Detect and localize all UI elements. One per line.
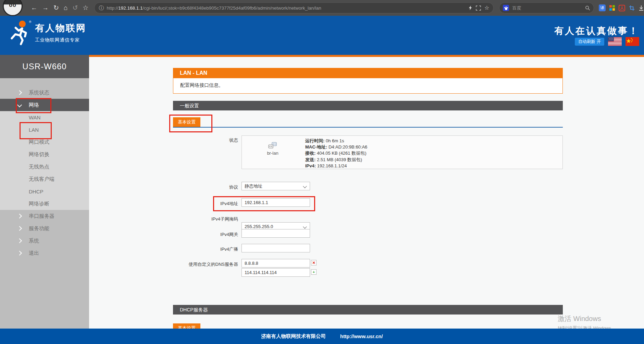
status-lines: 运行时间: 0h 6m 1s MAC-地址: D4:AD:20:9B:60:A6… [305, 138, 367, 169]
sidebar-item-label: LAN [29, 127, 39, 133]
address-bar[interactable]: ⓘ http://192.168.1.1/cgi-bin/luci/;stok=… [94, 2, 494, 13]
dns-remove-icon[interactable]: ✕ [311, 260, 317, 265]
sidebar-item-serial-server[interactable]: 串口服务器 [0, 210, 89, 222]
extension-icons: 译 人 [599, 4, 644, 11]
screen: oo ← → ↻ ⌂ ↺ ☆ ⓘ http://192.168.1.1/cgi-… [0, 0, 644, 344]
status-uptime: 运行时间: 0h 6m 1s [305, 138, 367, 144]
sidebar-item-wireless-ap[interactable]: 无线热点 [0, 161, 89, 173]
site-header: ® 有人物联网 工业物联网通信专家 有人在认真做事！ 自动刷新 开 [0, 16, 644, 57]
sidebar-item-dhcp[interactable]: DHCP [0, 185, 89, 198]
url-host: 192.168.1.1 [118, 5, 143, 11]
sidebar-item-label: 系统状态 [29, 90, 49, 96]
avatar-glasses-icon: oo [4, 2, 22, 8]
sidebar-item-network-switch[interactable]: 网络切换 [0, 148, 89, 161]
restore-session-icon[interactable]: ↺ [72, 0, 78, 16]
chevron-right-icon [17, 214, 22, 218]
protocol-selected-value: 静态地址 [245, 183, 262, 189]
dns-add-icon[interactable]: + [311, 269, 317, 275]
sidebar-item-wireless-client[interactable]: 无线客户端 [0, 173, 89, 185]
brand-subtitle: 工业物联网通信专家 [35, 37, 86, 43]
device-model-title: USR-W660 [0, 55, 89, 78]
search-icon[interactable] [585, 5, 590, 11]
ipv4-address-input[interactable] [242, 198, 310, 207]
home-icon[interactable]: ⌂ [64, 0, 67, 16]
sidebar-item-logout[interactable]: 退出 [0, 247, 89, 259]
grid-extension-icon[interactable] [609, 5, 615, 11]
pdf-extension-icon[interactable]: 人 [619, 5, 625, 11]
search-input[interactable] [511, 5, 585, 11]
sidebar-item-service-function[interactable]: 服务功能 [0, 222, 89, 235]
sidebar-item-label: 系统 [29, 238, 39, 244]
sidebar-item-label: 网络切换 [29, 151, 49, 158]
url-scheme: http:// [107, 5, 118, 11]
sidebar-item-network-diagnostics[interactable]: 网络诊断 [0, 198, 89, 210]
section-dhcp-server: DHCP服务器 [173, 305, 563, 315]
status-label: 状态 [150, 137, 238, 143]
sidebar-item-system[interactable]: 系统 [0, 235, 89, 247]
status-mac: MAC-地址: D4:AD:20:9B:60:A6 [305, 144, 367, 150]
header-slogan: 有人在认真做事！ [554, 25, 639, 37]
sidebar-item-port-mode[interactable]: 网口模式 [0, 136, 89, 148]
us-flag-icon[interactable] [608, 37, 622, 46]
url-text[interactable]: http://192.168.1.1/cgi-bin/luci/;stok=b9… [107, 5, 466, 11]
sidebar-item-label: 网络 [29, 102, 39, 108]
sidebar-item-label: 无线热点 [29, 164, 49, 170]
netmask-selected-value: 255.255.255.0 [245, 224, 273, 229]
broadcast-input[interactable] [242, 244, 310, 252]
sidebar-item-label: 网口模式 [29, 139, 49, 145]
interface-cell: br-lan [256, 142, 290, 156]
gateway-input[interactable] [242, 229, 310, 238]
sidebar-item-wan[interactable]: WAN [0, 111, 89, 123]
sidebar-item-lan[interactable]: LAN [0, 123, 89, 136]
sidebar-item-label: 无线客户端 [29, 176, 54, 182]
sidebar-item-label: 退出 [29, 250, 39, 257]
status-rx: 接收: 404.05 KB (4261 数据包) [305, 150, 367, 156]
footer-website-link[interactable]: http://www.usr.cn/ [340, 334, 383, 339]
download-icon[interactable] [639, 5, 644, 11]
chevron-down-icon [17, 103, 22, 107]
broadcast-label: IPv4广播 [150, 246, 238, 252]
back-icon[interactable]: ← [31, 0, 37, 16]
ipv4-address-label: IPv4地址 [150, 201, 238, 207]
chevron-down-icon [303, 225, 307, 228]
bridge-interface-icon [268, 142, 277, 150]
bookmark-star-icon[interactable]: ☆ [83, 0, 88, 16]
site-info-icon[interactable]: ⓘ [99, 5, 104, 11]
sidebar-item-label: DHCP [29, 189, 44, 194]
flash-icon[interactable] [468, 5, 472, 11]
dns-input-1[interactable] [242, 259, 310, 268]
favorite-star-icon[interactable]: ☆ [484, 5, 489, 11]
sidebar-item-system-status[interactable]: 系统状态 [0, 86, 89, 99]
sidebar-item-label: 服务功能 [29, 225, 49, 232]
sidebar-item-network[interactable]: 网络 [0, 99, 89, 111]
sidebar-item-label: 网络诊断 [29, 201, 49, 207]
status-tx: 发送: 2.51 MB (4039 数据包) [305, 157, 367, 163]
watermark-line1: 激活 Windows [558, 314, 616, 323]
cn-flag-icon[interactable] [626, 37, 639, 46]
forward-icon[interactable]: → [42, 0, 49, 16]
protocol-label: 协议 [150, 184, 238, 190]
footer-company: 济南有人物联网技术有限公司 [261, 333, 326, 340]
chevron-down-icon [303, 184, 307, 188]
tab-basic-settings[interactable]: 基本设置 [173, 117, 200, 127]
browser-profile-avatar[interactable]: oo [3, 0, 23, 16]
page-title: LAN - LAN [173, 68, 563, 78]
status-ipv4: IPv4: 192.168.1.1/24 [305, 163, 367, 169]
browser-toolbar: oo ← → ↻ ⌂ ↺ ☆ ⓘ http://192.168.1.1/cgi-… [0, 0, 644, 16]
usr-logo: ® [9, 19, 33, 47]
interface-status-box: br-lan 运行时间: 0h 6m 1s MAC-地址: D4:AD:20:9… [242, 135, 563, 169]
crop-extension-icon[interactable] [629, 5, 635, 11]
translate-extension-icon[interactable]: 译 [599, 4, 606, 11]
section-general-settings: 一般设置 [173, 101, 563, 110]
chevron-right-icon [17, 90, 22, 95]
brand-title: 有人物联网 [35, 22, 86, 34]
search-box[interactable] [499, 2, 594, 13]
baidu-logo-icon [503, 5, 509, 11]
auto-refresh-toggle[interactable]: 自动刷新 开 [575, 38, 604, 46]
protocol-select[interactable]: 静态地址 [242, 182, 310, 190]
gateway-label: IPv4网关 [150, 232, 238, 238]
brand-block: 有人物联网 工业物联网通信专家 [35, 22, 86, 43]
dns-input-2[interactable] [242, 268, 310, 277]
reader-mode-icon[interactable] [476, 5, 481, 11]
reload-icon[interactable]: ↻ [53, 0, 59, 16]
